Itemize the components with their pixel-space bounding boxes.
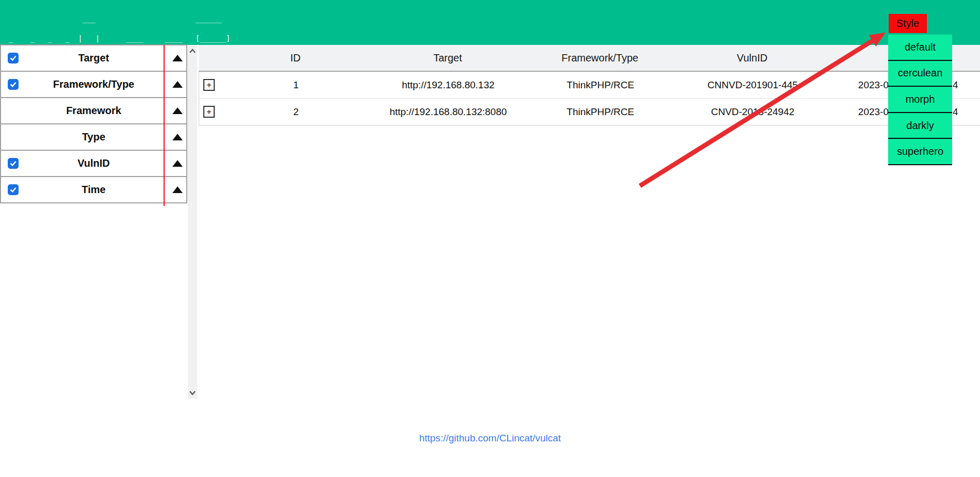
sidebar-item-framework-type[interactable]: Framework/Type [0, 71, 187, 98]
collapse-up-icon[interactable] [172, 134, 183, 141]
sidebar-item-time[interactable]: Time [0, 176, 187, 203]
sidebar-item-type[interactable]: Type [0, 123, 187, 151]
collapse-up-icon[interactable] [172, 160, 183, 167]
sidebar-label: VulnID [1, 151, 186, 176]
collapse-up-icon[interactable] [172, 81, 183, 88]
collapse-up-icon[interactable] [172, 55, 183, 62]
sidebar-item-framework[interactable]: Framework [0, 97, 187, 124]
menu-item-darkly[interactable]: darkly [888, 113, 952, 139]
app-header: ___ ______ _ _ _ _ | | ____ ____ [______… [0, 0, 980, 45]
expand-cell: + [199, 106, 220, 118]
sidebar-red-divider [164, 45, 165, 206]
results-table-body: + 1 http://192.168.80.132 ThinkPHP/RCE C… [199, 72, 980, 125]
cell-id: 1 [220, 80, 372, 91]
checkbox-framework-type-checked[interactable] [8, 79, 19, 90]
time-fragment-left: 2023-0 [858, 106, 889, 118]
column-header-vulnid: VulnID [676, 52, 828, 64]
menu-item-default[interactable]: default [888, 35, 952, 61]
sidebar-item-target[interactable]: Target [0, 44, 187, 72]
sidebar-label: Framework/Type [1, 72, 186, 97]
cell-framework-type: ThinkPHP/RCE [524, 106, 677, 118]
expand-row-button[interactable]: + [203, 106, 215, 118]
time-fragment-right: 4 [953, 80, 958, 91]
logo-line: ___ ______ [4, 15, 230, 22]
checkbox-target-checked[interactable] [8, 53, 19, 63]
collapse-up-icon[interactable] [172, 186, 183, 194]
checkbox-vulnid-checked[interactable] [8, 158, 19, 169]
collapse-up-icon[interactable] [172, 107, 183, 115]
style-theme-menu: default cerculean morph darkly superhero [888, 35, 952, 165]
github-link[interactable]: https://github.com/CLincat/vulcat [419, 433, 561, 443]
column-header-target: Target [372, 52, 524, 64]
scroll-down-icon[interactable] [188, 388, 197, 398]
cell-target: http://192.168.80.132 [372, 80, 524, 91]
sidebar-label: Framework [1, 98, 186, 123]
expand-cell: + [199, 79, 220, 91]
scroll-up-icon[interactable] [188, 46, 197, 56]
expand-row-button[interactable]: + [203, 79, 215, 91]
vertical-scrollbar[interactable] [188, 45, 197, 399]
checkmark-icon [9, 186, 17, 194]
chevron-up-icon [189, 49, 196, 54]
column-header-framework-type: Framework/Type [524, 52, 676, 64]
footer: https://github.com/CLincat/vulcat [0, 433, 980, 444]
checkmark-icon [9, 54, 17, 62]
cell-id: 2 [220, 106, 372, 118]
table-row: + 1 http://192.168.80.132 ThinkPHP/RCE C… [199, 72, 980, 99]
menu-item-morph[interactable]: morph [888, 87, 952, 113]
column-header-id: ID [219, 52, 372, 64]
results-table-header: ID Target Framework/Type VulnID Time [199, 45, 980, 72]
checkbox-time-checked[interactable] [8, 184, 19, 195]
cell-framework-type: ThinkPHP/RCE [524, 80, 677, 91]
time-fragment-right: 4 [953, 106, 958, 118]
cell-vulnid: CNNVD-201901-445 [677, 80, 829, 91]
menu-item-superhero[interactable]: superhero [888, 139, 952, 165]
time-fragment-left: 2023-0 [858, 80, 889, 91]
checkmark-icon [9, 81, 17, 88]
sidebar-label: Time [1, 177, 186, 202]
sidebar-item-vulnid[interactable]: VulnID [0, 150, 187, 177]
checkmark-icon [9, 160, 17, 167]
menu-item-cerculean[interactable]: cerculean [888, 61, 952, 87]
chevron-down-icon [189, 390, 196, 395]
cell-vulnid: CNVD-2018-24942 [677, 106, 829, 118]
style-button[interactable]: Style [889, 14, 927, 33]
cell-target: http://192.168.80.132:8080 [372, 106, 524, 118]
sidebar-label: Target [1, 45, 186, 71]
sidebar-label: Type [1, 124, 186, 150]
logo-line: _ _ _ _ | | ____ ____ [______] [4, 35, 230, 42]
table-row: + 2 http://192.168.80.132:8080 ThinkPHP/… [199, 99, 980, 125]
